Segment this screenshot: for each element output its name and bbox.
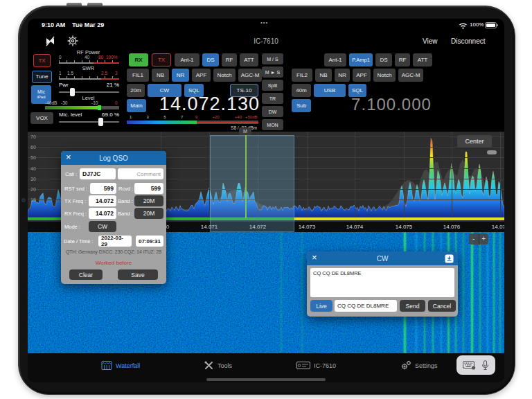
date-input[interactable]: 2022-03-29 bbox=[98, 236, 132, 247]
mic-level-slider[interactable] bbox=[59, 118, 119, 125]
m-to-s-button[interactable]: M ► S bbox=[262, 66, 283, 78]
main-ds-button[interactable]: DS bbox=[202, 53, 219, 66]
main-fil1-button[interactable]: FIL1 bbox=[127, 69, 149, 82]
sub-att-button[interactable]: ATT bbox=[413, 53, 432, 66]
tab-settings-label: Settings bbox=[415, 362, 438, 369]
tab-settings[interactable]: Settings bbox=[400, 360, 438, 371]
sub-frequency[interactable]: 7.100.000 bbox=[332, 95, 450, 114]
cw-header[interactable]: CW bbox=[307, 251, 458, 265]
main-rx-button[interactable]: RX bbox=[129, 53, 148, 66]
battery-percent: 100% bbox=[470, 21, 484, 28]
sub-nr-button[interactable]: NR bbox=[335, 69, 350, 82]
spectrum-scroll-handle[interactable] bbox=[487, 150, 497, 154]
signal-trace bbox=[493, 232, 495, 353]
zoom-out-button[interactable]: - bbox=[469, 233, 479, 245]
tab-tools-label: Tools bbox=[218, 362, 232, 369]
sub-vfo-button[interactable]: Sub bbox=[292, 99, 311, 112]
main-band-button[interactable]: 20m bbox=[127, 84, 145, 97]
sub-agc-button[interactable]: AGC-M bbox=[398, 69, 423, 82]
save-macro-icon[interactable] bbox=[445, 254, 454, 263]
tr-button[interactable]: TR bbox=[262, 93, 283, 104]
antenna-disconnect-icon[interactable] bbox=[44, 35, 57, 47]
keyboard-icon[interactable] bbox=[463, 360, 476, 370]
smeter-bar bbox=[127, 121, 258, 124]
sub-rf-button[interactable]: RF bbox=[395, 53, 410, 66]
radio-icon bbox=[296, 362, 310, 369]
clear-button[interactable]: Clear bbox=[69, 269, 103, 280]
home-indicator[interactable] bbox=[206, 378, 326, 381]
sub-ant1-button[interactable]: Ant-1 bbox=[324, 53, 346, 66]
split-button[interactable]: Split bbox=[262, 80, 283, 91]
main-vfo-button[interactable]: Main bbox=[127, 99, 146, 112]
rcvd-label: Rcvd : bbox=[118, 186, 133, 192]
main-nr-button[interactable]: NR bbox=[172, 69, 189, 82]
main-agc-button[interactable]: AGC-M bbox=[238, 69, 262, 82]
status-date: Tue Mar 29 bbox=[72, 21, 104, 28]
waterfall-zoom-control[interactable]: - + bbox=[469, 233, 488, 245]
level-tick: -30 bbox=[61, 100, 67, 105]
rf-power-meter-redzone bbox=[94, 62, 119, 64]
rst-snd-input[interactable]: 599 bbox=[90, 183, 116, 194]
ms-button[interactable]: M / S bbox=[262, 53, 283, 64]
mic-level-label: Mic. level bbox=[59, 112, 82, 118]
tab-waterfall[interactable]: Waterfall bbox=[101, 360, 140, 371]
rx-band-button[interactable]: 20M bbox=[134, 208, 163, 219]
rcvd-input[interactable]: 599 bbox=[134, 183, 163, 194]
sub-nb-button[interactable]: NB bbox=[315, 69, 332, 82]
cancel-button[interactable]: Cancel bbox=[428, 300, 456, 312]
center-button[interactable]: Center bbox=[457, 135, 492, 148]
save-button[interactable]: Save bbox=[118, 269, 158, 280]
mic-sublabel: iPad bbox=[37, 95, 45, 100]
sub-notch-button[interactable]: Notch bbox=[373, 69, 396, 82]
mon-button[interactable]: MON bbox=[262, 119, 283, 130]
qth-info: QTH: Germany DXCC: 230 CQZ: 14 ITUZ: 28 bbox=[61, 249, 166, 254]
frequency-label: 14.076 bbox=[438, 224, 466, 230]
main-nb-button[interactable]: NB bbox=[152, 69, 169, 82]
tab-radio[interactable]: IC-7610 bbox=[296, 362, 336, 369]
sub-apf-button[interactable]: APF bbox=[353, 69, 371, 82]
tune-button[interactable]: Tune bbox=[32, 71, 52, 83]
datetime-label: Date / Time : bbox=[64, 238, 94, 245]
log-qso-header[interactable]: Log QSO bbox=[61, 151, 166, 165]
zoom-in-button[interactable]: + bbox=[479, 233, 489, 245]
main-tx-button[interactable]: TX bbox=[152, 53, 171, 66]
mode-button[interactable]: CW bbox=[89, 221, 116, 232]
gear-icon[interactable] bbox=[66, 35, 79, 47]
spectrum-selection[interactable] bbox=[210, 135, 294, 232]
comment-input[interactable]: Comment bbox=[118, 168, 163, 179]
main-rf-button[interactable]: RF bbox=[222, 53, 237, 66]
sub-pamp-button[interactable]: P.Amp1 bbox=[349, 53, 373, 66]
tab-bar: Waterfall Tools IC-7610 Settings bbox=[28, 353, 504, 382]
tx-freq-input[interactable]: 14.072 bbox=[89, 195, 116, 206]
view-button[interactable]: View bbox=[423, 37, 438, 45]
close-icon[interactable]: × bbox=[312, 252, 317, 263]
send-button[interactable]: Send bbox=[400, 300, 425, 312]
sub-ds-button[interactable]: DS bbox=[375, 53, 392, 66]
close-icon[interactable]: × bbox=[66, 152, 71, 162]
cw-input[interactable]: CQ CQ DE DL8MRE bbox=[335, 300, 397, 312]
main-notch-button[interactable]: Notch bbox=[213, 69, 236, 82]
main-frequency[interactable]: 14.072.130 bbox=[145, 94, 260, 115]
cw-message-area[interactable]: CQ CQ DE DL8MRE bbox=[310, 268, 454, 297]
dw-button[interactable]: DW bbox=[262, 106, 283, 117]
live-button[interactable]: Live bbox=[310, 300, 332, 312]
tx-band-button[interactable]: 20M bbox=[134, 195, 163, 206]
main-att-button[interactable]: ATT bbox=[240, 53, 258, 66]
rx-freq-input[interactable]: 14.072 bbox=[89, 208, 116, 219]
tx-button[interactable]: TX bbox=[33, 54, 51, 67]
tab-tools[interactable]: Tools bbox=[204, 360, 232, 371]
sub-fil2-button[interactable]: FIL2 bbox=[292, 69, 312, 82]
call-input[interactable]: DJ7JC bbox=[80, 168, 116, 179]
time-input[interactable]: 07:09:31 bbox=[136, 236, 163, 247]
main-ant1-button[interactable]: Ant-1 bbox=[175, 53, 200, 66]
microphone-icon[interactable] bbox=[481, 360, 489, 371]
smeter-tick: 7 bbox=[181, 115, 183, 119]
rf-tick: 100% bbox=[106, 55, 118, 60]
vox-button[interactable]: VOX bbox=[30, 112, 53, 124]
mic-level-slider-thumb[interactable] bbox=[98, 118, 103, 126]
cw-dialog: CW × CQ CQ DE DL8MRE Live CQ CQ DE DL8MR… bbox=[307, 251, 458, 317]
level-meter-peak bbox=[98, 105, 101, 110]
main-apf-button[interactable]: APF bbox=[192, 69, 211, 82]
sub-band-button[interactable]: 40m bbox=[292, 84, 311, 97]
disconnect-button[interactable]: Disconnect bbox=[451, 37, 485, 45]
